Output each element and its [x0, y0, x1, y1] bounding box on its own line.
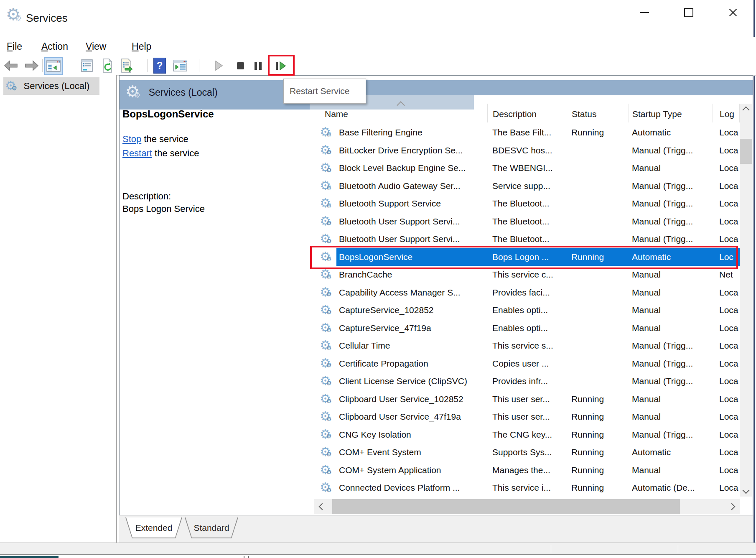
stop-service-link[interactable]: Stop	[122, 134, 141, 144]
menu-help[interactable]: Help	[126, 37, 157, 56]
cell-startup-type: Manual	[629, 301, 713, 319]
start-service-button[interactable]	[211, 57, 227, 74]
service-row[interactable]: Bluetooth User Support Servi... The Blue…	[314, 230, 740, 248]
maximize-icon	[684, 8, 693, 17]
menu-file[interactable]: File	[1, 37, 28, 56]
service-row[interactable]: CaptureService_102852 Enables opti... Ma…	[314, 301, 740, 319]
maximize-button[interactable]	[679, 3, 699, 22]
service-row-content: Clipboard User Service_102852 This user …	[336, 390, 740, 408]
forward-button[interactable]	[23, 57, 40, 74]
service-row[interactable]: Client License Service (ClipSVC) Provide…	[314, 372, 740, 390]
service-row[interactable]: Certificate Propagation Copies user ... …	[314, 355, 740, 373]
service-row[interactable]: Block Level Backup Engine Se... The WBEN…	[314, 159, 740, 177]
service-row[interactable]: CaptureService_47f19a Enables opti... Ma…	[314, 319, 740, 337]
service-row[interactable]: CNG Key Isolation The CNG key... Running…	[314, 426, 740, 444]
cell-status: Running	[566, 479, 629, 497]
cell-startup-type: Manual (Trigg...	[629, 213, 713, 231]
service-row[interactable]: Connected Devices Platform ... This serv…	[314, 479, 740, 497]
cell-status	[566, 213, 629, 231]
close-button[interactable]	[723, 3, 743, 22]
cell-description: Copies user ...	[487, 355, 566, 373]
screen-bottom-edge	[0, 554, 756, 558]
service-row[interactable]: COM+ System Application Manages the... R…	[314, 461, 740, 479]
properties-icon	[80, 59, 94, 72]
column-header-log[interactable]: Log	[713, 104, 740, 122]
show-console-tree-icon	[46, 60, 61, 72]
service-row[interactable]: BranchCache This service c... Manual Net	[314, 266, 740, 284]
tab-standard[interactable]: Standard	[185, 517, 238, 538]
column-header-status[interactable]: Status	[566, 104, 629, 122]
service-row-selected[interactable]: BopsLogonService Bops Logon ... Running …	[314, 248, 740, 266]
tab-extended[interactable]: Extended	[125, 517, 182, 538]
cell-log-on-as: Loca	[713, 301, 739, 319]
export-list-icon	[120, 59, 133, 73]
service-row[interactable]: Cellular Time This service s... Manual (…	[314, 337, 740, 355]
pause-service-button[interactable]	[250, 57, 265, 74]
taskbar-fragment	[0, 556, 59, 558]
stop-service-button[interactable]	[233, 57, 248, 74]
scroll-down-button[interactable]	[740, 484, 752, 497]
service-gear-icon	[320, 215, 336, 228]
vertical-scrollbar-thumb[interactable]	[740, 139, 752, 164]
service-gear-icon	[320, 126, 336, 139]
panel-header: Services (Local)	[125, 84, 218, 100]
services-gear-icon	[125, 84, 144, 100]
cell-log-on-as: Loca	[713, 195, 739, 213]
cell-description: The Base Filt...	[487, 124, 566, 142]
service-gear-icon	[320, 322, 336, 334]
cell-description: Provides faci...	[487, 284, 566, 302]
vertical-scrollbar[interactable]	[740, 104, 752, 497]
menu-view[interactable]: View	[80, 37, 112, 56]
service-row[interactable]: Bluetooth Support Service The Bluetoot..…	[314, 195, 740, 213]
service-row[interactable]: Clipboard User Service_102852 This user …	[314, 390, 740, 408]
service-row[interactable]: BitLocker Drive Encryption Se... BDESVC …	[314, 142, 740, 160]
service-row-content: Client License Service (ClipSVC) Provide…	[336, 372, 740, 390]
service-row[interactable]: Capability Access Manager S... Provides …	[314, 284, 740, 302]
column-header-startup-type[interactable]: Startup Type	[629, 104, 713, 122]
scroll-right-button[interactable]	[724, 499, 740, 514]
cell-log-on-as: Loca	[713, 213, 739, 231]
cell-log-on-as: Loca	[713, 159, 739, 177]
refresh-button[interactable]	[99, 57, 116, 74]
column-header-description[interactable]: Description	[488, 104, 566, 122]
scroll-left-button[interactable]	[314, 499, 330, 514]
service-gear-icon	[320, 162, 336, 174]
restart-service-button[interactable]	[272, 57, 289, 74]
menu-action[interactable]: Action	[36, 37, 74, 56]
service-row[interactable]: COM+ Event System Supports Sys... Runnin…	[314, 443, 740, 461]
restart-service-line: Restart the service	[122, 148, 199, 159]
minimize-button[interactable]	[634, 3, 654, 22]
horizontal-scrollbar-thumb[interactable]	[332, 499, 680, 514]
service-row[interactable]: Bluetooth Audio Gateway Ser... Service s…	[314, 177, 740, 195]
list-header: NameDescriptionStatusStartup TypeLog	[314, 104, 740, 122]
service-gear-icon	[320, 428, 336, 441]
cell-name: Connected Devices Platform ...	[336, 479, 487, 497]
help-icon	[153, 58, 166, 74]
horizontal-scrollbar[interactable]	[314, 499, 740, 514]
properties-button[interactable]	[79, 57, 95, 74]
service-row[interactable]: Base Filtering Engine The Base Filt... R…	[314, 124, 740, 142]
service-row[interactable]: Clipboard User Service_47f19a This user …	[314, 408, 740, 426]
tree-item-services-local[interactable]: Services (Local)	[3, 77, 99, 95]
back-button[interactable]	[3, 57, 19, 74]
export-list-button[interactable]	[118, 57, 135, 74]
cell-description: This service s...	[487, 337, 566, 355]
window-title: Services	[26, 12, 68, 25]
restart-service-link[interactable]: Restart	[122, 148, 152, 158]
cell-log-on-as: Loca	[713, 461, 739, 479]
cell-log-on-as: Loca	[713, 408, 739, 426]
console-tree-panel: Services (Local)	[0, 75, 117, 543]
help-button[interactable]	[152, 57, 167, 74]
cell-startup-type: Manual (Trigg...	[629, 372, 713, 390]
cell-startup-type: Manual (Trigg...	[629, 142, 713, 160]
show-console-tree-button[interactable]	[44, 57, 63, 75]
scroll-up-button[interactable]	[740, 104, 752, 116]
status-bar	[0, 543, 756, 555]
service-row[interactable]: Bluetooth User Support Servi... The Blue…	[314, 213, 740, 231]
service-gear-icon	[320, 180, 336, 192]
cell-name: Clipboard User Service_102852	[336, 390, 487, 408]
cell-log-on-as: Loc	[713, 248, 739, 266]
extended-view-button[interactable]	[172, 57, 188, 74]
cell-status	[566, 284, 629, 302]
tab-strip: ExtendedStandard	[119, 515, 753, 543]
